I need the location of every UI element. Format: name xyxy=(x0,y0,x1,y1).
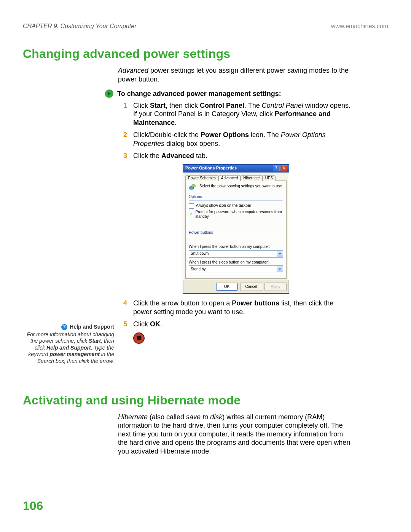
section-heading-advanced-power: Changing advanced power settings xyxy=(23,47,388,61)
chevron-down-icon xyxy=(277,266,283,272)
section1-intro: Advanced power settings let you assign d… xyxy=(118,66,354,83)
tab-advanced[interactable]: Advanced xyxy=(218,175,241,182)
section-heading-hibernate: Activating and using Hibernate mode xyxy=(23,393,388,407)
chevron-down-icon xyxy=(277,251,283,257)
dialog-title-text: Power Options Properties xyxy=(185,166,237,171)
checkbox-show-icon[interactable] xyxy=(189,203,194,209)
power-button-select[interactable]: Shut down xyxy=(189,250,283,258)
svg-rect-2 xyxy=(193,187,194,189)
power-button-question: When I press the power button on my comp… xyxy=(189,244,283,249)
procedure-steps: 1Click Start, then click Control Panel. … xyxy=(118,101,354,160)
sleep-button-question: When I press the sleep button on my comp… xyxy=(189,260,283,265)
tab-power-schemes[interactable]: Power Schemes xyxy=(185,175,218,182)
procedure-heading: To change advanced power management sett… xyxy=(105,89,354,98)
svg-marker-4 xyxy=(279,253,281,255)
help-sidebar-title: Help and Support xyxy=(70,324,114,331)
ok-button[interactable]: OK xyxy=(216,283,238,291)
section2-intro: Hibernate (also called save to disk) wri… xyxy=(118,413,354,456)
battery-icon xyxy=(189,184,196,192)
tab-ups[interactable]: UPS xyxy=(263,175,276,182)
page-header: CHAPTER 9: Customizing Your Computer www… xyxy=(23,23,388,30)
power-button-value: Shut down xyxy=(191,251,209,256)
help-sidebar-text: For more information about changing the … xyxy=(23,331,114,365)
dialog-desc: Select the power-saving settings you wan… xyxy=(199,184,283,189)
step-4: 4Click the arrow button to open a Power … xyxy=(118,299,354,316)
power-options-dialog: Power Options Properties ? × Power Schem… xyxy=(183,164,289,294)
help-button[interactable]: ? xyxy=(273,165,280,171)
stop-icon xyxy=(133,332,145,344)
dialog-tabs: Power Schemes Advanced Hibernate UPS xyxy=(185,175,287,181)
site-url: www.emachines.com xyxy=(331,23,388,30)
dialog-titlebar: Power Options Properties ? × xyxy=(183,165,289,173)
step-2: 2Click/Double-click the Power Options ic… xyxy=(118,131,354,148)
chapter-label: CHAPTER 9: Customizing Your Computer xyxy=(23,23,136,30)
play-icon xyxy=(105,89,113,98)
close-button[interactable]: × xyxy=(280,165,287,171)
svg-rect-3 xyxy=(192,185,195,187)
svg-marker-0 xyxy=(108,92,111,95)
section2-body: Hibernate (also called save to disk) wri… xyxy=(118,413,354,456)
step-1: 1Click Start, then click Control Panel. … xyxy=(118,101,354,127)
checkbox-prompt-password-label: Prompt for password when computer resume… xyxy=(195,210,283,219)
procedure-title: To change advanced power management sett… xyxy=(117,89,281,98)
svg-marker-5 xyxy=(279,268,281,270)
help-sidebar: ? Help and Support For more information … xyxy=(23,324,114,364)
procedure-steps-cont: 4Click the arrow button to open a Power … xyxy=(118,299,354,329)
sleep-button-select[interactable]: Stand by xyxy=(189,265,283,273)
cancel-button[interactable]: Cancel xyxy=(240,283,262,291)
apply-button[interactable]: Apply xyxy=(264,283,287,291)
group-power-buttons-label: Power buttons xyxy=(189,230,283,235)
tab-hibernate[interactable]: Hibernate xyxy=(241,175,262,182)
question-icon: ? xyxy=(61,324,67,330)
step-5: 5Click OK. xyxy=(118,320,354,329)
checkbox-show-icon-label: Always show icon on the taskbar xyxy=(196,203,251,208)
sleep-button-value: Stand by xyxy=(191,267,206,272)
page-number: 106 xyxy=(23,499,43,513)
checkbox-prompt-password[interactable]: ✓ xyxy=(189,212,193,217)
step-3: 3Click the Advanced tab. xyxy=(118,152,354,160)
group-options-label: Options xyxy=(189,195,283,200)
section1-body: Advanced power settings let you assign d… xyxy=(118,66,354,344)
